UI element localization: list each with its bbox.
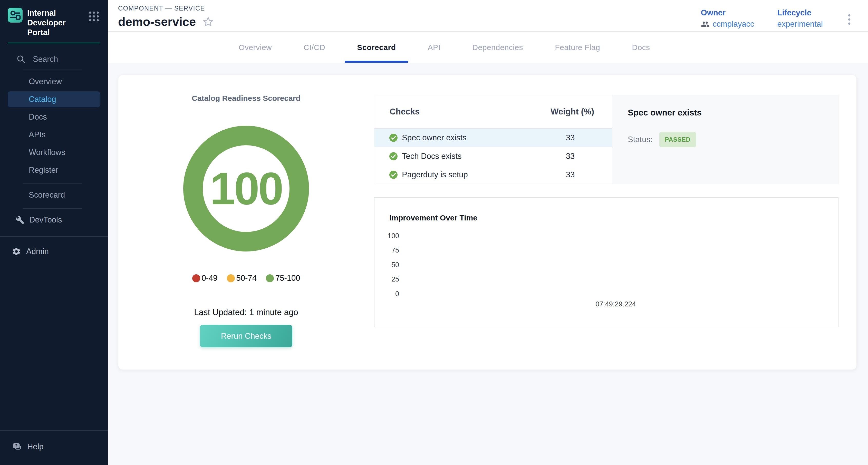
sidebar: Internal Developer Portal Search Overvie… (0, 0, 108, 465)
check-detail-title: Spec owner exists (628, 108, 838, 118)
page-title: demo-service (118, 14, 196, 29)
gear-icon (12, 247, 21, 256)
check-weight: 33 (541, 133, 600, 143)
sidebar-item-label: Overview (29, 77, 62, 86)
sidebar-divider (23, 69, 82, 70)
tab-cicd[interactable]: CI/CD (291, 32, 338, 63)
sidebar-divider (0, 430, 108, 431)
sidebar-item-scorecard[interactable]: Scorecard (0, 186, 108, 204)
legend-dot-red (192, 274, 200, 282)
sidebar-divider (0, 236, 108, 237)
check-weight: 33 (541, 152, 600, 161)
sidebar-header: Internal Developer Portal (0, 0, 108, 37)
tab-content: Catalog Readiness Scorecard 100 0-49 50-… (108, 63, 868, 465)
sidebar-item-help[interactable]: ? Help (0, 438, 108, 456)
legend-label: 0-49 (202, 274, 218, 283)
y-axis-tick: 100 (374, 232, 399, 240)
sidebar-item-workflows[interactable]: Workflows (0, 144, 108, 161)
checks-table: Checks Weight (%) Spec owner exists 33 (374, 95, 612, 184)
portal-logo-icon (8, 8, 23, 23)
legend-item-low: 0-49 (192, 274, 218, 283)
checks-column-header: Checks (390, 107, 420, 117)
x-axis-tick: 07:49:29.224 (539, 300, 693, 308)
sidebar-divider (23, 208, 82, 209)
sidebar-item-admin[interactable]: Admin (0, 243, 108, 260)
entity-header-meta: Owner ccmplayacc Lifecycle experimental (701, 5, 852, 29)
search-label: Search (33, 55, 58, 64)
tab-label: Overview (239, 43, 272, 52)
lifecycle-block: Lifecycle experimental (777, 8, 823, 29)
check-name: Spec owner exists (402, 133, 467, 143)
check-name: Tech Docs exists (402, 152, 462, 161)
sidebar-item-label: Help (27, 442, 43, 452)
wrench-icon (16, 215, 25, 224)
sidebar-nav: Overview Catalog Docs APIs Workflows Reg… (0, 73, 108, 179)
score-gauge-ring: 100 (183, 126, 309, 251)
legend-item-high: 75-100 (266, 274, 300, 283)
sidebar-item-register[interactable]: Register (0, 161, 108, 179)
main-area: COMPONENT — SERVICE demo-service Owner (108, 0, 868, 465)
sidebar-item-label: Catalog (29, 95, 56, 104)
entity-header-left: COMPONENT — SERVICE demo-service (118, 5, 214, 29)
svg-text:?: ? (15, 443, 18, 448)
check-row-spec-owner[interactable]: Spec owner exists 33 (374, 129, 612, 147)
chart-title: Improvement Over Time (389, 214, 477, 222)
checks-column: Checks Weight (%) Spec owner exists 33 (374, 75, 857, 370)
portal-title: Internal Developer Portal (27, 8, 86, 37)
sidebar-item-label: Workflows (29, 148, 65, 157)
tab-feature-flag[interactable]: Feature Flag (542, 32, 612, 63)
apps-grid-icon[interactable] (87, 10, 101, 23)
owner-block: Owner ccmplayacc (701, 8, 754, 29)
tab-label: Dependencies (472, 43, 523, 52)
tab-overview[interactable]: Overview (226, 32, 284, 63)
legend-label: 50-74 (237, 274, 257, 283)
tab-scorecard[interactable]: Scorecard (345, 32, 408, 63)
sidebar-item-label: Scorecard (29, 190, 65, 200)
check-passed-icon (389, 152, 398, 161)
more-options-kebab-icon[interactable] (846, 12, 852, 28)
owner-link[interactable]: ccmplayacc (713, 20, 754, 29)
entity-header: COMPONENT — SERVICE demo-service Owner (108, 0, 868, 32)
tab-api[interactable]: API (415, 32, 453, 63)
check-detail-panel: Spec owner exists Status: PASSED (612, 95, 838, 184)
legend-item-mid: 50-74 (227, 274, 257, 283)
tab-dependencies[interactable]: Dependencies (460, 32, 535, 63)
lifecycle-value: experimental (777, 20, 823, 29)
tab-label: Feature Flag (555, 43, 600, 52)
tab-label: Scorecard (357, 43, 396, 52)
tab-docs[interactable]: Docs (620, 32, 662, 63)
owner-label: Owner (701, 8, 754, 18)
sidebar-item-label: Admin (26, 247, 49, 256)
sidebar-item-catalog[interactable]: Catalog (0, 90, 108, 108)
check-passed-icon (389, 170, 398, 179)
sidebar-item-devtools[interactable]: DevTools (0, 211, 108, 229)
rerun-checks-button[interactable]: Rerun Checks (200, 325, 292, 347)
sidebar-item-docs[interactable]: Docs (0, 108, 108, 126)
y-axis-tick: 25 (374, 275, 399, 283)
search-icon (17, 55, 26, 64)
y-axis-tick: 0 (374, 290, 399, 298)
checks-panel: Checks Weight (%) Spec owner exists 33 (374, 95, 838, 184)
entity-tabs: Overview CI/CD Scorecard API Dependencie… (108, 32, 868, 63)
sidebar-item-apis[interactable]: APIs (0, 126, 108, 144)
check-name: Pagerduty is setup (402, 170, 468, 179)
check-row-pagerduty[interactable]: Pagerduty is setup 33 (374, 165, 612, 184)
gauge-column: Catalog Readiness Scorecard 100 0-49 50-… (118, 75, 374, 370)
improvement-chart: Improvement Over Time 100 75 50 25 0 07:… (374, 197, 838, 327)
legend-label: 75-100 (275, 274, 300, 283)
tab-label: Docs (632, 43, 650, 52)
y-axis-tick: 50 (374, 261, 399, 269)
status-label: Status: (628, 135, 653, 144)
score-legend: 0-49 50-74 75-100 (188, 274, 305, 283)
last-updated-text: Last Updated: 1 minute ago (194, 307, 298, 317)
tab-label: CI/CD (304, 43, 325, 52)
legend-dot-amber (227, 274, 235, 282)
active-nav-pill: Catalog (8, 91, 100, 107)
sidebar-accent-rule (8, 42, 100, 43)
check-row-tech-docs[interactable]: Tech Docs exists 33 (374, 147, 612, 165)
sidebar-search[interactable]: Search (0, 54, 108, 65)
sidebar-item-overview[interactable]: Overview (0, 73, 108, 90)
legend-dot-green (266, 274, 274, 282)
sidebar-divider (23, 184, 82, 184)
favorite-star-icon[interactable] (203, 16, 214, 27)
